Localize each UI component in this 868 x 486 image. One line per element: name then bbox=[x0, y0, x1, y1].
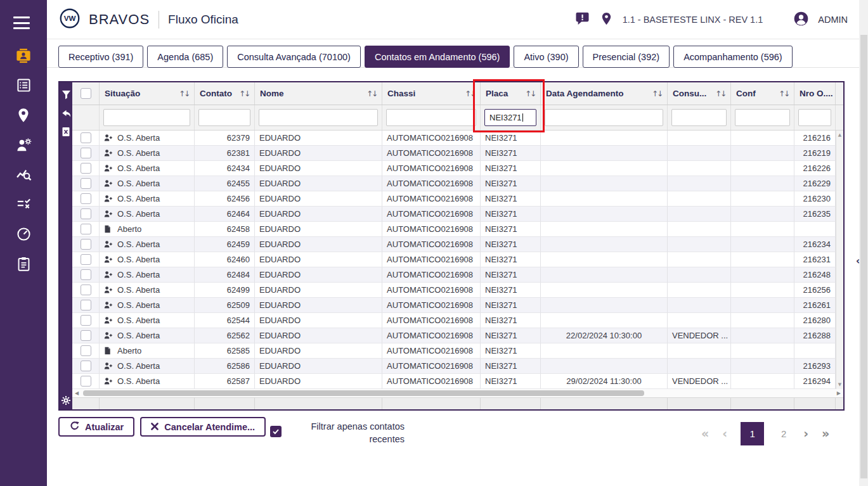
table-row[interactable]: O.S. Aberta62499EDUARDOAUTOMATICO0216908… bbox=[72, 283, 843, 298]
person-plus-icon bbox=[104, 149, 113, 158]
table-row[interactable]: O.S. Aberta62544EDUARDOAUTOMATICO0216908… bbox=[72, 313, 843, 328]
table-row[interactable]: O.S. Aberta62484EDUARDOAUTOMATICO0216908… bbox=[72, 267, 843, 283]
filter-input-data_agendamento[interactable] bbox=[545, 109, 663, 126]
filter-input-consultor[interactable] bbox=[671, 109, 727, 126]
row-checkbox[interactable] bbox=[81, 376, 91, 387]
table-row[interactable]: O.S. Aberta62455EDUARDOAUTOMATICO0216908… bbox=[72, 176, 843, 191]
column-header-nome[interactable]: Nome↑↓ bbox=[255, 82, 382, 105]
row-checkbox[interactable] bbox=[81, 315, 91, 326]
table-row[interactable]: O.S. Aberta62509EDUARDOAUTOMATICO0216908… bbox=[72, 298, 843, 313]
settings-gear-icon[interactable] bbox=[61, 395, 71, 406]
export-excel-icon[interactable] bbox=[61, 127, 71, 137]
pagination-first[interactable]: « bbox=[701, 426, 709, 440]
row-checkbox[interactable] bbox=[81, 345, 91, 356]
row-checkbox[interactable] bbox=[81, 285, 91, 295]
column-header-nro_os[interactable]: Nro O....↑↓ bbox=[794, 82, 836, 105]
tab-consulta-avan-ada-70100[interactable]: Consulta Avançada (70100) bbox=[227, 46, 361, 68]
table-row[interactable]: O.S. Aberta62464EDUARDOAUTOMATICO0216908… bbox=[72, 207, 843, 222]
row-checkbox[interactable] bbox=[81, 193, 91, 204]
tab-receptivo-391[interactable]: Receptivo (391) bbox=[58, 46, 143, 68]
column-header-conf[interactable]: Conf↑↓ bbox=[731, 82, 794, 105]
sidebar-item-chart-search[interactable] bbox=[0, 161, 47, 191]
sort-icon: ↑↓ bbox=[366, 89, 377, 98]
row-checkbox[interactable] bbox=[81, 224, 91, 234]
page-scroll-thumb[interactable] bbox=[860, 35, 867, 478]
sidebar-item-clipboard[interactable] bbox=[0, 250, 47, 280]
table-row[interactable]: O.S. Aberta62459EDUARDOAUTOMATICO0216908… bbox=[72, 237, 843, 252]
row-checkbox[interactable] bbox=[81, 361, 91, 371]
tab-ativo-390[interactable]: Ativo (390) bbox=[514, 46, 578, 68]
table-row[interactable]: Aberto62585EDUARDOAUTOMATICO0216908NEI32… bbox=[72, 343, 843, 359]
filter-input-chassi[interactable] bbox=[386, 109, 476, 126]
pagination-next[interactable]: › bbox=[803, 426, 808, 440]
pagination-page-1[interactable]: 1 bbox=[741, 422, 764, 445]
pagination-prev[interactable]: ‹ bbox=[722, 426, 727, 440]
refresh-icon bbox=[69, 421, 79, 433]
table-row[interactable]: O.S. Aberta62434EDUARDOAUTOMATICO0216908… bbox=[72, 161, 843, 176]
refresh-button[interactable]: Atualizar bbox=[58, 417, 134, 437]
table-row[interactable]: O.S. Aberta62381EDUARDOAUTOMATICO0216908… bbox=[72, 146, 843, 161]
column-header-consultor[interactable]: Consu...↑↓ bbox=[668, 82, 731, 105]
filter-input-contato[interactable] bbox=[198, 109, 250, 126]
sidebar-item-location[interactable] bbox=[0, 101, 47, 131]
sidebar-item-mechanic[interactable] bbox=[0, 131, 47, 161]
row-checkbox[interactable] bbox=[81, 269, 91, 280]
sidebar-item-checklist[interactable] bbox=[0, 191, 47, 221]
chat-alert-icon[interactable] bbox=[574, 11, 590, 29]
page-scrollbar[interactable] bbox=[859, 0, 868, 486]
filter-input-situacao[interactable] bbox=[103, 109, 190, 126]
row-checkbox[interactable] bbox=[81, 330, 91, 341]
pagination-last[interactable]: » bbox=[822, 426, 829, 440]
undo-icon[interactable] bbox=[61, 108, 71, 118]
scroll-left-icon[interactable]: ◀ bbox=[75, 389, 79, 398]
contacts-table: Situação↑↓Contato↑↓Nome↑↓Chassi↑↓Placa↑↓… bbox=[58, 81, 845, 411]
table-row[interactable]: O.S. Aberta62562EDUARDOAUTOMATICO0216908… bbox=[72, 328, 843, 343]
table-row[interactable]: O.S. Aberta62460EDUARDOAUTOMATICO0216908… bbox=[72, 252, 843, 267]
row-checkbox[interactable] bbox=[81, 163, 91, 174]
row-checkbox[interactable] bbox=[81, 178, 91, 189]
vertical-scrollbar[interactable]: ▲ ▼ bbox=[836, 131, 843, 389]
scroll-up-icon[interactable]: ▲ bbox=[838, 131, 841, 139]
horizontal-scrollbar[interactable]: ◀ ▶ bbox=[72, 389, 843, 398]
filter-input-nome[interactable] bbox=[259, 109, 378, 126]
cancel-service-button[interactable]: Cancelar Atendime... bbox=[140, 417, 266, 437]
table-row[interactable]: O.S. Aberta62379EDUARDOAUTOMATICO0216908… bbox=[72, 131, 843, 146]
row-checkbox[interactable] bbox=[81, 254, 91, 265]
location-pin-icon[interactable] bbox=[599, 11, 614, 29]
select-all-checkbox[interactable] bbox=[81, 88, 91, 99]
pagination-page-2[interactable]: 2 bbox=[777, 428, 790, 439]
filter-input-conf[interactable] bbox=[735, 109, 790, 126]
menu-icon[interactable] bbox=[13, 16, 30, 29]
column-header-situacao[interactable]: Situação↑↓ bbox=[100, 82, 195, 105]
horizontal-scroll-thumb[interactable] bbox=[83, 390, 644, 396]
user-avatar-icon[interactable] bbox=[793, 11, 809, 29]
table-row[interactable]: Aberto62458EDUARDOAUTOMATICO0216908NEI32… bbox=[72, 222, 843, 237]
sidebar-item-contacts[interactable] bbox=[0, 42, 47, 72]
collapse-panel-icon[interactable]: ‹ bbox=[856, 255, 860, 267]
row-checkbox[interactable] bbox=[81, 239, 91, 250]
user-name[interactable]: ADMIN bbox=[818, 15, 848, 25]
column-header-data_agendamento[interactable]: Data Agendamento↑↓ bbox=[541, 82, 668, 105]
sidebar-item-gauge[interactable] bbox=[0, 221, 47, 250]
tab-agenda-685[interactable]: Agenda (685) bbox=[147, 46, 223, 68]
tab-acompanhamento-596[interactable]: Acompanhamento (596) bbox=[673, 46, 793, 68]
filter-recent-checkbox[interactable] bbox=[270, 426, 282, 437]
tab-contatos-em-andamento-596[interactable]: Contatos em Andamento (596) bbox=[365, 46, 510, 68]
row-checkbox[interactable] bbox=[81, 300, 91, 310]
scroll-right-icon[interactable]: ▶ bbox=[837, 389, 841, 398]
row-checkbox[interactable] bbox=[81, 132, 91, 143]
table-row[interactable]: O.S. Aberta62456EDUARDOAUTOMATICO0216908… bbox=[72, 191, 843, 207]
column-header-chassi[interactable]: Chassi↑↓ bbox=[382, 82, 481, 105]
scroll-down-icon[interactable]: ▼ bbox=[838, 380, 841, 389]
filter-icon[interactable] bbox=[61, 90, 71, 100]
column-header-placa[interactable]: Placa↑↓ bbox=[481, 82, 541, 105]
row-checkbox[interactable] bbox=[81, 148, 91, 158]
column-header-contato[interactable]: Contato↑↓ bbox=[195, 82, 255, 105]
tab-presencial-392[interactable]: Presencial (392) bbox=[583, 46, 670, 68]
row-checkbox[interactable] bbox=[81, 208, 91, 219]
filter-input-nro_os[interactable] bbox=[798, 109, 831, 126]
filter-input-placa[interactable]: NEI3271 bbox=[484, 109, 536, 126]
sidebar-item-service-list[interactable] bbox=[0, 72, 47, 101]
table-row[interactable]: O.S. Aberta62587EDUARDOAUTOMATICO0216908… bbox=[72, 374, 843, 389]
table-row[interactable]: O.S. Aberta62586EDUARDOAUTOMATICO0216908… bbox=[72, 359, 843, 374]
